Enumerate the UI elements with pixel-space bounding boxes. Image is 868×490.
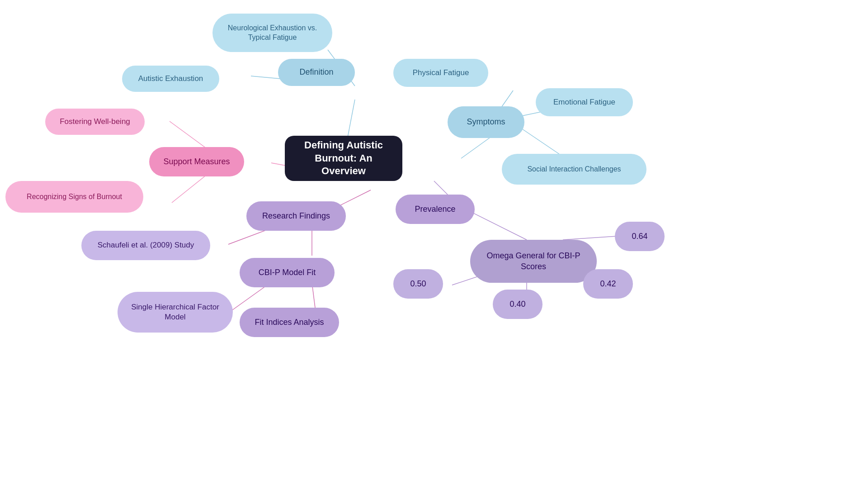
neurological-node: Neurological Exhaustion vs. Typical Fati…: [212, 14, 332, 52]
val040-node: 0.40: [493, 290, 542, 319]
fit-indices-node: Fit Indices Analysis: [240, 308, 339, 337]
prevalence-node: Prevalence: [396, 195, 475, 224]
support-measures-node: Support Measures: [149, 147, 244, 176]
autistic-exhaustion-node: Autistic Exhaustion: [122, 66, 219, 92]
research-findings-node: Research Findings: [246, 201, 346, 231]
recognizing-node: Recognizing Signs of Burnout: [5, 181, 143, 213]
schaufeli-node: Schaufeli et al. (2009) Study: [81, 231, 210, 260]
val050-node: 0.50: [393, 269, 443, 299]
val064-node: 0.64: [615, 222, 665, 251]
social-interaction-node: Social Interaction Challenges: [502, 154, 646, 185]
cbip-model-fit-node: CBI-P Model Fit: [240, 258, 335, 287]
fostering-node: Fostering Well-being: [45, 109, 145, 135]
center-node: Defining Autistic Burnout: An Overview: [285, 136, 402, 181]
single-hierarchical-node: Single Hierarchical Factor Model: [118, 292, 233, 333]
definition-node: Definition: [278, 59, 355, 86]
omega-node: Omega General for CBI-P Scores: [470, 240, 597, 283]
emotional-fatigue-node: Emotional Fatigue: [536, 88, 633, 116]
val042-node: 0.42: [583, 269, 633, 299]
physical-fatigue-node: Physical Fatigue: [393, 59, 488, 87]
symptoms-node: Symptoms: [448, 106, 524, 138]
